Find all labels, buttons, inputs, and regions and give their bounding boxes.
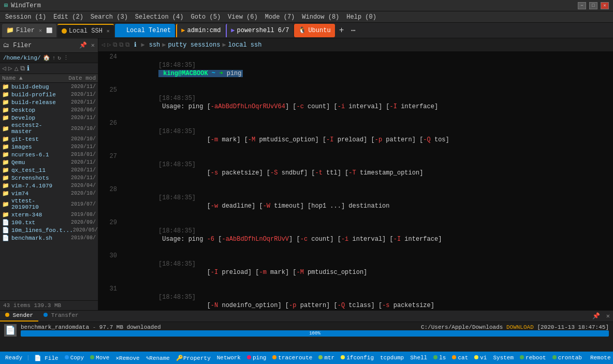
tab-ubuntu[interactable]: 🐧 Ubuntu	[294, 24, 334, 37]
tab-transfer[interactable]: Transfer	[38, 311, 83, 322]
status-shell[interactable]: Shell	[408, 355, 429, 361]
status-remove[interactable]: ✕Remove	[113, 355, 141, 361]
status-system[interactable]: System	[491, 355, 516, 361]
list-item[interactable]: 📄100.txt2020/09/	[0, 219, 98, 226]
transfer-close-icon[interactable]: ✕	[603, 311, 613, 322]
status-tcpdump[interactable]: tcpdump	[378, 355, 406, 361]
term-nav-left[interactable]: ◁	[101, 41, 105, 49]
menu-help[interactable]: Help (0)	[343, 12, 380, 22]
tab-add-button[interactable]: +	[336, 26, 347, 35]
status-network[interactable]: Network	[215, 355, 243, 361]
menu-selection[interactable]: Selection (4)	[132, 12, 187, 22]
tab-filer-close[interactable]: ✕	[39, 27, 42, 34]
ubuntu-icon: 🐧	[298, 26, 306, 34]
list-item[interactable]: 📁build-debug2020/11/	[0, 83, 98, 91]
status-file[interactable]: 📄 File	[32, 355, 61, 361]
copy-icon-2[interactable]: ⧉	[119, 41, 124, 49]
menu-edit[interactable]: Edit (2)	[50, 12, 86, 22]
status-ping[interactable]: ping	[245, 355, 268, 361]
terminal-area[interactable]: ◁ ▷ ⧉ ⧉ ⧉ ℹ ▶ ssh ▶ putty sessions ▶ loc…	[98, 38, 613, 310]
list-item[interactable]: 📁esctest2-master2020/10/	[0, 122, 98, 135]
list-item[interactable]: 📁git-test2020/10/	[0, 135, 98, 143]
list-item[interactable]: 📁vttest-201907102019/07/	[0, 197, 98, 211]
transfer-row: 📄 benchmark_randomdata - 97.7 MB downloa…	[4, 324, 609, 337]
list-item[interactable]: 📁build-profile2020/11/	[0, 91, 98, 98]
transfer-pin-icon[interactable]: 📌	[589, 311, 603, 322]
line-content: [18:48:35] [-I preload] [-m mark] [-M pm…	[121, 252, 613, 285]
nav-back-icon[interactable]: ◁	[2, 64, 6, 72]
copy-icon-3[interactable]: ⧉	[125, 41, 130, 49]
list-item[interactable]: 📄10m_lines_foo.t...2020/05/	[0, 226, 98, 234]
tab-local-ssh-close[interactable]: ✕	[107, 28, 110, 34]
ping-dot	[247, 355, 251, 359]
list-item[interactable]: 📁Develop2020/11/	[0, 114, 98, 122]
menu-window[interactable]: Window (8)	[299, 12, 342, 22]
nav-up-icon[interactable]: △	[14, 64, 19, 72]
menu-search[interactable]: Search (3)	[87, 12, 131, 22]
menu-goto[interactable]: Goto (5)	[187, 12, 224, 22]
filer-home-icon[interactable]: 🏠	[43, 54, 50, 61]
status-reboot[interactable]: reboot	[518, 355, 548, 361]
list-item[interactable]: 📁images2020/11/	[0, 143, 98, 151]
menu-session[interactable]: Session (1)	[2, 12, 49, 22]
filer-info-icon[interactable]: ℹ	[27, 64, 30, 72]
status-copy[interactable]: Copy	[63, 355, 86, 361]
status-vi[interactable]: vi	[472, 355, 489, 361]
status-ls[interactable]: ls	[431, 355, 448, 361]
filer-refresh-icon[interactable]: ↻	[57, 54, 61, 61]
list-item[interactable]: 📁xterm-3482019/08/	[0, 211, 98, 219]
terminal-line: 27 [18:48:35] [-s packetsize] [-S sndbuf…	[100, 152, 613, 185]
copy-icon-1[interactable]: ⧉	[113, 41, 118, 49]
maximize-button[interactable]: □	[589, 2, 597, 9]
filer-status: 43 items 139.3 MB	[0, 300, 98, 310]
list-item[interactable]: 📁Screenshots2020/11/	[0, 174, 98, 182]
list-item[interactable]: 📁build-release2020/11/	[0, 98, 98, 106]
filer-up-icon[interactable]: ↑	[52, 55, 56, 61]
nav-copy-icon[interactable]: ⧉	[20, 65, 25, 72]
breadcrumb-ssh[interactable]: ssh	[149, 41, 160, 49]
filer-pin-icon[interactable]: 📌	[79, 41, 87, 49]
terminal-content[interactable]: 24 [18:48:35] king@MACBOOK ~ ➜ ping 25 […	[98, 52, 613, 310]
status-mtr[interactable]: mtr	[316, 355, 337, 361]
tab-more-button[interactable]: ⋯	[348, 26, 358, 35]
tab-filer-pin[interactable]: ⬜	[46, 27, 52, 34]
terminal-toolbar: ◁ ▷ ⧉ ⧉ ⧉ ℹ ▶ ssh ▶ putty sessions ▶ loc…	[98, 38, 613, 52]
minimize-button[interactable]: −	[578, 2, 586, 9]
list-item[interactable]: 📁vim742020/10/	[0, 190, 98, 197]
term-nav-right[interactable]: ▷	[107, 41, 111, 49]
status-ifconfig[interactable]: ifconfig	[339, 355, 376, 361]
nav-fwd-icon[interactable]: ▷	[8, 64, 12, 72]
list-item[interactable]: 📁ncurses-6.12018/01/	[0, 151, 98, 158]
tab-sender[interactable]: Sender	[0, 311, 38, 322]
list-item[interactable]: 📄benchmark.sh2019/08/	[0, 234, 98, 242]
tab-filer[interactable]: 📁 Filer ✕ ⬜	[2, 24, 56, 37]
status-move[interactable]: Move	[88, 355, 111, 361]
list-item[interactable]: 📁Qemu2020/11/	[0, 158, 98, 166]
list-item[interactable]: 📁Desktop2020/06/	[0, 106, 98, 114]
breadcrumb-local-ssh[interactable]: local ssh	[228, 41, 262, 49]
list-item[interactable]: 📁vim-7.4.10792020/04/	[0, 182, 98, 190]
tab-admin-cmd[interactable]: ▶ admin:cmd	[176, 24, 225, 37]
filer-more-icon[interactable]: ⋮	[63, 54, 69, 61]
status-remote-mode: Remote Mode	[588, 355, 613, 361]
close-button[interactable]: ✕	[601, 2, 609, 9]
status-cat[interactable]: cat	[450, 355, 470, 361]
status-traceroute[interactable]: traceroute	[270, 355, 314, 361]
file-icon: 📄	[2, 235, 9, 241]
list-item[interactable]: 📁qx_test_112020/11/	[0, 166, 98, 174]
progress-label: 100%	[309, 331, 320, 336]
menu-mode[interactable]: Mode (7)	[262, 12, 298, 22]
progress-bar-container: 100%	[21, 330, 609, 337]
term-info-icon[interactable]: ℹ	[134, 41, 137, 49]
filer-close-icon[interactable]: ✕	[91, 41, 95, 49]
menu-view[interactable]: View (6)	[225, 12, 261, 22]
tab-powershell[interactable]: ▶ powershell 6/7	[226, 24, 293, 37]
breadcrumb-putty[interactable]: putty sessions	[168, 41, 221, 49]
tab-local-ssh[interactable]: Local SSH ✕	[57, 24, 114, 37]
tab-local-telnet[interactable]: Local Telnet	[115, 24, 175, 37]
status-crontab[interactable]: crontab	[550, 355, 584, 361]
filer-list[interactable]: 📁build-debug2020/11/ 📁build-profile2020/…	[0, 83, 98, 300]
status-rename[interactable]: ✎Rename	[144, 355, 172, 361]
col-name-header: Name ▲	[2, 75, 60, 81]
status-property[interactable]: 🔑Property	[174, 355, 213, 361]
